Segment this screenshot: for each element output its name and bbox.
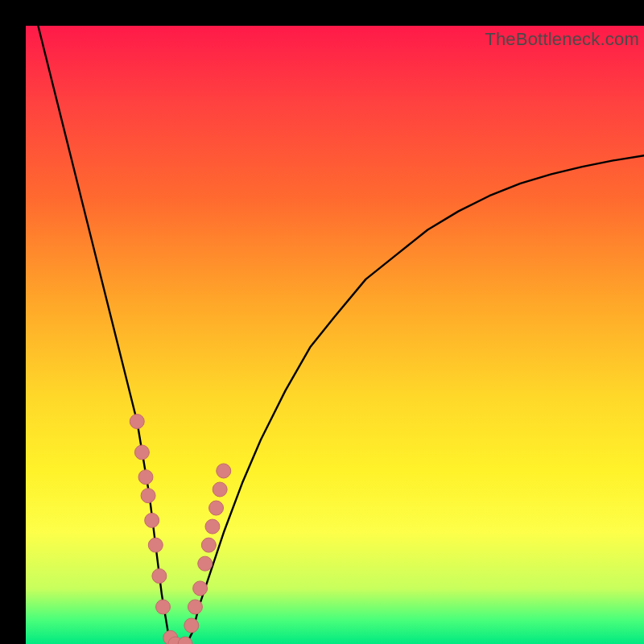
data-marker (152, 569, 167, 584)
data-marker (205, 519, 220, 534)
data-marker (217, 464, 231, 478)
data-marker (145, 513, 159, 527)
data-marker (148, 538, 163, 552)
data-marker (193, 581, 208, 596)
data-marker (188, 600, 202, 614)
data-marker (209, 501, 224, 515)
data-marker (134, 445, 149, 460)
data-marker (201, 538, 216, 552)
data-marker (138, 470, 153, 485)
plot-area: TheBottleneck.com (26, 26, 644, 644)
data-marker (184, 618, 199, 633)
data-marker (156, 600, 171, 614)
bottleneck-curve (38, 26, 644, 644)
data-markers (130, 415, 231, 644)
data-marker (130, 415, 144, 429)
curve-line (38, 26, 644, 644)
attribution-label: TheBottleneck.com (485, 29, 639, 50)
data-marker (141, 489, 155, 503)
data-marker (198, 556, 213, 571)
chart-frame: TheBottleneck.com (0, 0, 644, 644)
chart-svg (26, 26, 644, 644)
data-marker (213, 482, 227, 497)
